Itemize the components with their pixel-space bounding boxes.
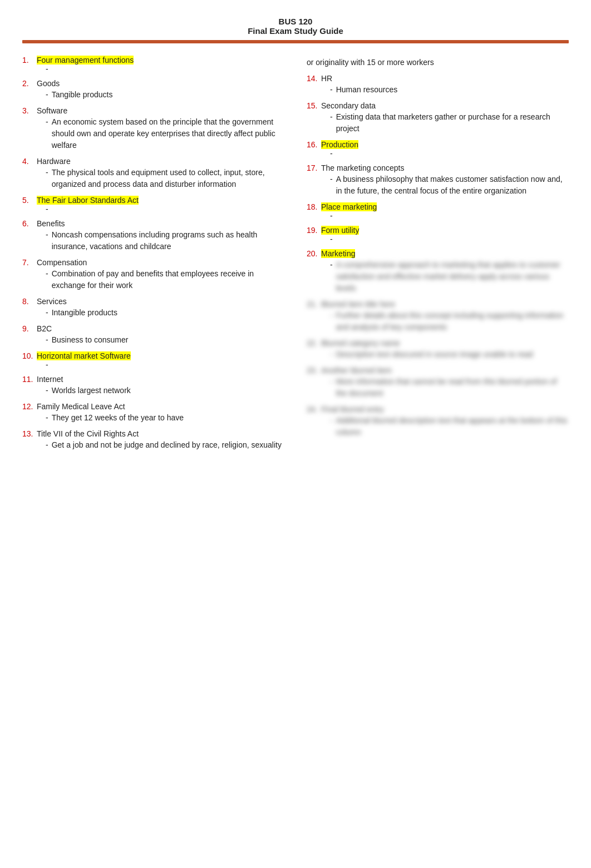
dash: - <box>46 89 48 101</box>
desc-row: - Human resources <box>330 84 569 96</box>
item-number: 20. <box>307 249 319 258</box>
dash: - <box>330 259 333 271</box>
desc-row: - Existing data that marketers gather or… <box>330 111 569 135</box>
item-header: 22. Blurred category name <box>307 339 569 348</box>
desc-text: Intangible products <box>52 307 117 319</box>
item-header: 12. Family Medical Leave Act <box>22 402 284 411</box>
item-description: - The physical tools and equipment used … <box>46 167 284 190</box>
item-header: 13. Title VII of the Civil Rights Act <box>22 429 284 438</box>
desc-text: Existing data that marketers gather or p… <box>336 111 569 135</box>
item-number: 4. <box>22 157 35 166</box>
item-label: Title VII of the Civil Rights Act <box>37 429 139 438</box>
desc-row: - A comprehensive approach to marketing … <box>330 259 569 294</box>
dash: - <box>46 385 48 396</box>
item-number: 23. <box>307 366 319 375</box>
item-header: 7. Compensation <box>22 258 284 267</box>
desc-text: or originality with 15 or more workers <box>307 58 434 67</box>
item-label: B2C <box>37 324 52 333</box>
desc-row: - Worlds largest network <box>46 385 284 396</box>
item-number: 21. <box>307 300 319 309</box>
desc-text: A business philosophy that makes custome… <box>336 173 569 197</box>
page-subtitle: Final Exam Study Guide <box>22 26 569 36</box>
item-label: Blurred item title here <box>321 300 395 309</box>
desc-row: - Intangible products <box>46 307 284 319</box>
item-description: - Intangible products <box>46 307 284 319</box>
desc-text-blurred: A comprehensive approach to marketing th… <box>336 259 569 294</box>
item-number: 9. <box>22 324 35 333</box>
desc-text: Business to consumer <box>52 334 129 346</box>
desc-text-blurred: Description text obscured in source imag… <box>336 349 533 360</box>
list-item: 22. Blurred category name - Description … <box>307 339 569 360</box>
page: BUS 120 Final Exam Study Guide 1. Four m… <box>0 0 591 868</box>
item-header: 18. Place marketing <box>307 202 569 211</box>
desc-text: Get a job and not be judge and declined … <box>52 439 282 451</box>
page-title: BUS 120 <box>22 17 569 26</box>
item-label: Form utility <box>321 226 359 235</box>
desc-row: - Get a job and not be judge and decline… <box>46 439 284 451</box>
item-description: - They get 12 weeks of the year to have <box>46 412 284 424</box>
list-item: 9. B2C - Business to consumer <box>22 324 284 346</box>
desc-text: Human resources <box>336 84 398 96</box>
item-description: - Business to consumer <box>46 334 284 346</box>
item-header: 1. Four management functions <box>22 56 284 65</box>
item-label: Place marketing <box>321 202 377 211</box>
item-header: 2. Goods <box>22 79 284 88</box>
dash: - <box>46 334 48 346</box>
item-number: 5. <box>22 196 35 205</box>
item-label: Hardware <box>37 157 71 166</box>
item-label: The Fair Labor Standards Act <box>37 196 139 205</box>
desc-row: - A business philosophy that makes custo… <box>330 173 569 197</box>
list-item: 7. Compensation - Combination of pay and… <box>22 258 284 291</box>
item-number: 19. <box>307 226 319 235</box>
dash: - <box>46 116 48 128</box>
item-description: - Worlds largest network <box>46 385 284 396</box>
item-label: Secondary data <box>321 101 376 110</box>
item-number: 8. <box>22 297 35 306</box>
desc-text-blurred: Further details about this concept inclu… <box>336 310 569 333</box>
dash: - <box>46 307 48 319</box>
desc-row: - Noncash compensations including progra… <box>46 229 284 252</box>
list-item: 2. Goods - Tangible products <box>22 79 284 101</box>
item-description: - <box>330 235 569 244</box>
dash: - <box>330 376 333 388</box>
item-description: - <box>330 149 569 158</box>
desc-row: - Tangible products <box>46 89 284 101</box>
list-item: 1. Four management functions - <box>22 56 284 73</box>
dash: - <box>330 111 333 123</box>
item-number: 1. <box>22 56 35 65</box>
item-header: 10. Horizontal market Software <box>22 351 284 360</box>
item-number: 15. <box>307 101 319 110</box>
item-header: 4. Hardware <box>22 157 284 166</box>
item-header: 11. Internet <box>22 375 284 384</box>
item-label: Final blurred entry <box>321 405 384 414</box>
item-header: 24. Final blurred entry <box>307 405 569 414</box>
item-label: Benefits <box>37 219 65 228</box>
item-header: 16. Production <box>307 140 569 149</box>
item-header: 17. The marketing concepts <box>307 163 569 172</box>
desc-text: An economic system based on the principl… <box>52 116 284 151</box>
desc-text: Combination of pay and benefits that emp… <box>52 268 284 291</box>
list-item: 24. Final blurred entry - Additional blu… <box>307 405 569 438</box>
item-number: 11. <box>22 375 35 384</box>
item-header: 6. Benefits <box>22 219 284 228</box>
desc-row: - An economic system based on the princi… <box>46 116 284 151</box>
item-description: - <box>46 360 284 369</box>
desc-row: - More information that cannot be read f… <box>330 376 569 399</box>
desc-row: - The physical tools and equipment used … <box>46 167 284 190</box>
orange-bar <box>22 40 569 43</box>
desc-text-blurred: More information that cannot be read fro… <box>336 376 569 399</box>
list-item: 10. Horizontal market Software - <box>22 351 284 369</box>
dash: - <box>46 229 48 241</box>
item-label: Family Medical Leave Act <box>37 402 125 411</box>
list-item: 4. Hardware - The physical tools and equ… <box>22 157 284 190</box>
item-description: - A comprehensive approach to marketing … <box>330 259 569 294</box>
item-label: Another blurred item <box>321 366 392 375</box>
list-item: 12. Family Medical Leave Act - They get … <box>22 402 284 424</box>
desc-row: - Additional blurred description text th… <box>330 415 569 438</box>
list-item: 13. Title VII of the Civil Rights Act - … <box>22 429 284 451</box>
content-columns: 1. Four management functions - 2. Goods … <box>22 56 569 457</box>
item-description: - Noncash compensations including progra… <box>46 229 284 252</box>
item-number: 13. <box>22 429 35 438</box>
list-item: 16. Production - <box>307 140 569 158</box>
item-number: 16. <box>307 140 319 149</box>
